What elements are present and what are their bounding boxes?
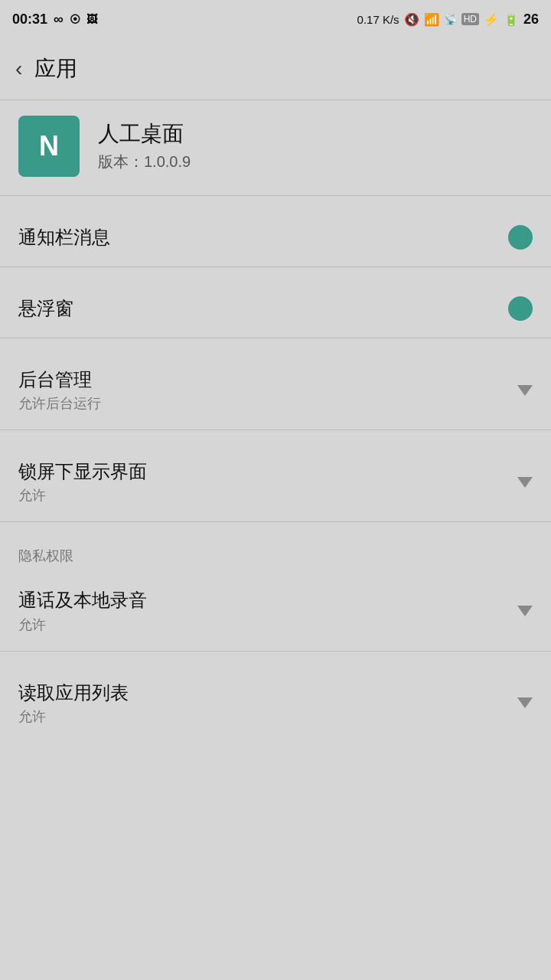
status-bar: 00:31 ∞ ⦿ 🖼 0.17 K/s 🔇 📶 📡 HD ⚡ 🔋 26: [0, 0, 551, 38]
status-battery-level: 26: [523, 11, 539, 28]
settings-item-applist-left: 读取应用列表 允许: [18, 681, 129, 726]
status-icon-dot: ⦿: [70, 13, 80, 25]
app-details: 人工桌面 版本：1.0.0.9: [98, 120, 191, 172]
settings-item-background-subtitle: 允许后台运行: [18, 394, 101, 413]
status-time: 00:31: [12, 11, 47, 28]
gap-6: [0, 652, 551, 664]
settings-item-recording-left: 通话及本地录音 允许: [18, 588, 147, 633]
app-name: 人工桌面: [98, 120, 191, 148]
gap-5: [0, 522, 551, 534]
settings-item-background[interactable]: 后台管理 允许后台运行: [0, 351, 551, 430]
status-icon-wifi: 📶: [424, 12, 439, 27]
status-icon-charging: ⚡: [484, 12, 499, 27]
app-icon-letter: N: [39, 130, 59, 162]
gap-4: [0, 430, 551, 443]
settings-item-background-right: [517, 385, 533, 396]
app-icon: N: [18, 116, 80, 177]
settings-item-applist[interactable]: 读取应用列表 允许: [0, 664, 551, 743]
recording-chevron-icon: [517, 606, 533, 616]
settings-item-notification-left: 通知栏消息: [18, 225, 110, 249]
settings-item-applist-title: 读取应用列表: [18, 681, 129, 704]
app-version: 版本：1.0.0.9: [98, 152, 191, 172]
settings-item-notification-right: [508, 225, 533, 250]
status-icon-battery: 🔋: [504, 12, 519, 27]
settings-item-lockscreen-title: 锁屏下显示界面: [18, 459, 147, 483]
applist-chevron-icon: [517, 697, 533, 708]
status-icon-mute: 🔇: [404, 12, 419, 27]
settings-item-lockscreen-left: 锁屏下显示界面 允许: [18, 459, 147, 505]
gap-2: [0, 267, 551, 279]
status-icon-loop: ∞: [54, 11, 64, 28]
settings-item-floatwindow-left: 悬浮窗: [18, 296, 73, 320]
settings-item-recording-right: [517, 606, 533, 616]
status-icon-signal: 📡: [444, 13, 457, 25]
lockscreen-chevron-icon: [517, 477, 533, 488]
status-right: 0.17 K/s 🔇 📶 📡 HD ⚡ 🔋 26: [357, 11, 539, 28]
settings-item-notification-title: 通知栏消息: [18, 225, 110, 249]
back-button[interactable]: ‹: [15, 57, 22, 81]
settings-item-floatwindow[interactable]: 悬浮窗: [0, 279, 551, 338]
notification-toggle-icon[interactable]: [508, 225, 533, 250]
settings-item-lockscreen-right: [517, 477, 533, 488]
gap-3: [0, 338, 551, 351]
header: ‹ 应用: [0, 38, 551, 100]
settings-item-recording[interactable]: 通话及本地录音 允许: [0, 571, 551, 651]
floatwindow-toggle-icon[interactable]: [508, 296, 533, 321]
status-speed: 0.17 K/s: [357, 13, 399, 26]
status-icon-image: 🖼: [86, 13, 97, 25]
gap-1: [0, 196, 551, 208]
settings-item-floatwindow-title: 悬浮窗: [18, 296, 73, 320]
settings-item-recording-title: 通话及本地录音: [18, 588, 147, 612]
settings-list: 通知栏消息 悬浮窗 后台管理 允许后台运行 锁屏下显示界面 允许: [0, 208, 551, 743]
privacy-section-label: 隐私权限: [0, 534, 551, 571]
settings-item-lockscreen-subtitle: 允许: [18, 486, 147, 505]
settings-item-applist-subtitle: 允许: [18, 707, 129, 726]
status-left: 00:31 ∞ ⦿ 🖼: [12, 11, 97, 28]
settings-item-lockscreen[interactable]: 锁屏下显示界面 允许: [0, 443, 551, 522]
app-info-section: N 人工桌面 版本：1.0.0.9: [0, 100, 551, 195]
page-title: 应用: [34, 54, 77, 83]
background-chevron-icon: [517, 385, 533, 396]
settings-item-recording-subtitle: 允许: [18, 616, 147, 634]
settings-item-background-title: 后台管理: [18, 368, 101, 391]
settings-item-notification[interactable]: 通知栏消息: [0, 208, 551, 267]
status-icon-hd: HD: [461, 13, 479, 25]
settings-item-applist-right: [517, 697, 533, 708]
settings-item-floatwindow-right: [508, 296, 533, 321]
settings-item-background-left: 后台管理 允许后台运行: [18, 368, 101, 413]
